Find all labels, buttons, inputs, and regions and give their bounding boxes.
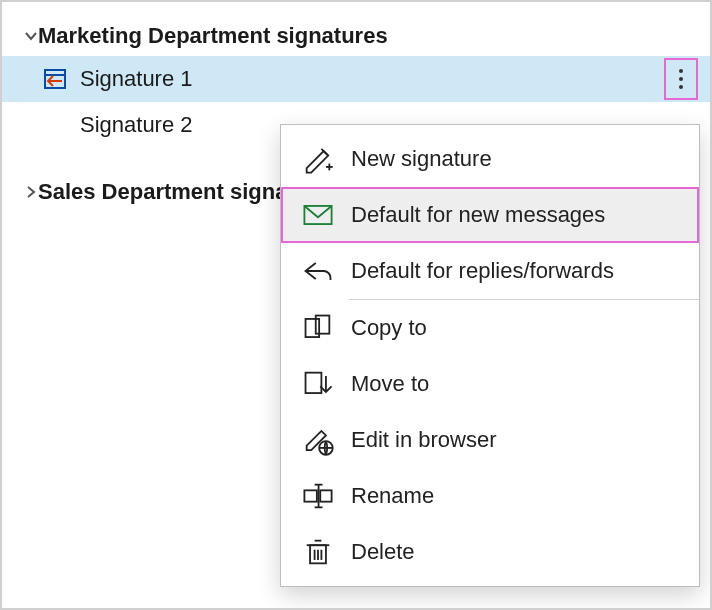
menu-item-move-to[interactable]: Move to [281, 356, 699, 412]
copy-to-icon [301, 311, 335, 345]
menu-item-delete[interactable]: Delete [281, 524, 699, 580]
tree-item-label: Signature 1 [80, 66, 193, 92]
menu-item-label: Move to [351, 371, 429, 397]
svg-rect-13 [320, 490, 331, 501]
svg-rect-8 [306, 373, 322, 393]
menu-item-default-new-messages[interactable]: Default for new messages [281, 187, 699, 243]
group-label: Marketing Department signatures [38, 23, 388, 49]
more-actions-button[interactable] [664, 58, 698, 100]
svg-rect-12 [304, 490, 316, 501]
menu-item-rename[interactable]: Rename [281, 468, 699, 524]
menu-item-label: Copy to [351, 315, 427, 341]
tree-item-signature-1[interactable]: Signature 1 [2, 56, 710, 102]
rename-icon [301, 479, 335, 513]
menu-item-default-replies-forwards[interactable]: Default for replies/forwards [281, 243, 699, 299]
pen-plus-icon [301, 142, 335, 176]
chevron-right-icon [24, 185, 38, 199]
menu-item-label: Default for new messages [351, 202, 605, 228]
group-header-marketing[interactable]: Marketing Department signatures [2, 16, 710, 56]
menu-item-edit-in-browser[interactable]: Edit in browser [281, 412, 699, 468]
envelope-icon [301, 198, 335, 232]
chevron-down-icon [24, 29, 38, 43]
tree-item-label: Signature 2 [80, 112, 193, 138]
menu-item-label: Default for replies/forwards [351, 258, 614, 284]
menu-item-new-signature[interactable]: New signature [281, 131, 699, 187]
menu-item-copy-to[interactable]: Copy to [281, 300, 699, 356]
pen-globe-icon [301, 423, 335, 457]
move-down-icon [301, 367, 335, 401]
menu-item-label: Delete [351, 539, 415, 565]
trash-icon [301, 535, 335, 569]
menu-item-label: Rename [351, 483, 434, 509]
export-left-icon [42, 66, 68, 92]
menu-item-label: Edit in browser [351, 427, 497, 453]
menu-item-label: New signature [351, 146, 492, 172]
context-menu: New signature Default for new messages D… [280, 124, 700, 587]
more-vertical-icon [679, 67, 683, 91]
reply-arrow-icon [301, 254, 335, 288]
svg-rect-0 [45, 70, 65, 88]
